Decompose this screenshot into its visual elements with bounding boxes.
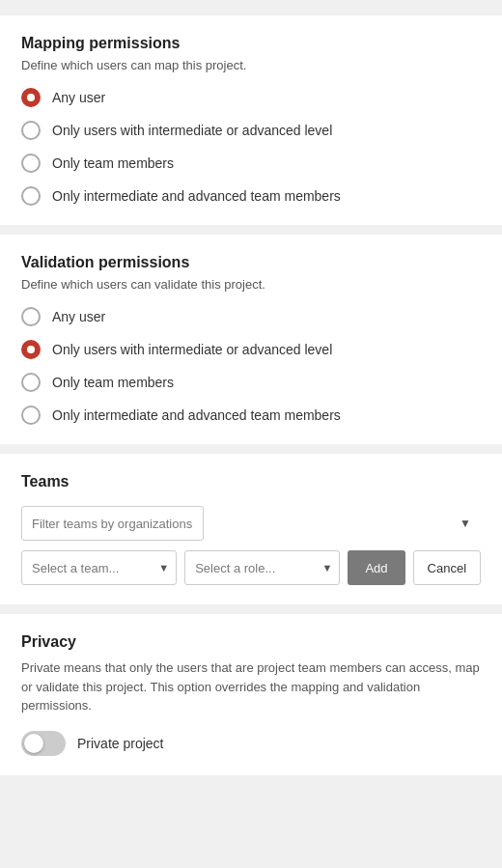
select-team-wrapper: Select a team... ▼ — [21, 550, 177, 585]
validation-option-intermediate[interactable]: Only users with intermediate or advanced… — [21, 340, 481, 359]
mapping-radio-team-members — [21, 154, 41, 173]
mapping-option-any-user[interactable]: Any user — [21, 88, 481, 107]
teams-section: Teams Filter teams by organizations ▼ Se… — [0, 454, 502, 604]
mapping-label-intermediate: Only users with intermediate or advanced… — [52, 123, 332, 138]
validation-radio-team-members — [21, 373, 41, 392]
mapping-option-team-members[interactable]: Only team members — [21, 154, 481, 173]
validation-label-advanced-team: Only intermediate and advanced team memb… — [52, 407, 341, 423]
mapping-label-any-user: Any user — [52, 90, 105, 105]
filter-chevron-icon: ▼ — [460, 517, 471, 530]
validation-option-any-user[interactable]: Any user — [21, 307, 481, 326]
mapping-description: Define which users can map this project. — [21, 58, 481, 72]
privacy-title: Privacy — [21, 633, 481, 651]
validation-title: Validation permissions — [21, 254, 481, 271]
mapping-radio-intermediate — [21, 121, 41, 140]
validation-radio-any-user — [21, 307, 41, 326]
mapping-radio-group: Any user Only users with intermediate or… — [21, 88, 481, 206]
private-project-label: Private project — [77, 736, 163, 751]
private-project-toggle[interactable] — [21, 731, 66, 756]
toggle-slider — [21, 731, 66, 756]
mapping-radio-advanced-team — [21, 186, 41, 206]
validation-label-team-members: Only team members — [52, 375, 174, 390]
select-role-wrapper: Select a role... ▼ — [184, 550, 340, 585]
validation-radio-intermediate — [21, 340, 41, 359]
mapping-option-intermediate[interactable]: Only users with intermediate or advanced… — [21, 121, 481, 140]
teams-title: Teams — [21, 473, 481, 490]
filter-row: Filter teams by organizations ▼ — [21, 506, 481, 541]
page-container: Mapping permissions Define which users c… — [0, 0, 502, 800]
mapping-section: Mapping permissions Define which users c… — [0, 15, 502, 225]
privacy-toggle-row: Private project — [21, 731, 481, 756]
validation-radio-advanced-team — [21, 406, 41, 425]
cancel-button[interactable]: Cancel — [413, 550, 481, 585]
mapping-label-team-members: Only team members — [52, 155, 174, 171]
filter-teams-select[interactable]: Filter teams by organizations — [21, 506, 204, 541]
mapping-option-advanced-team[interactable]: Only intermediate and advanced team memb… — [21, 186, 481, 206]
filter-wrapper: Filter teams by organizations ▼ — [21, 506, 481, 541]
select-team-dropdown[interactable]: Select a team... — [21, 550, 177, 585]
validation-option-team-members[interactable]: Only team members — [21, 373, 481, 392]
mapping-title: Mapping permissions — [21, 35, 481, 52]
validation-section: Validation permissions Define which user… — [0, 235, 502, 444]
add-team-row: Select a team... ▼ Select a role... ▼ Ad… — [21, 550, 481, 585]
mapping-label-advanced-team: Only intermediate and advanced team memb… — [52, 188, 341, 204]
validation-description: Define which users can validate this pro… — [21, 277, 481, 292]
validation-radio-group: Any user Only users with intermediate or… — [21, 307, 481, 425]
mapping-radio-any-user — [21, 88, 41, 107]
privacy-section: Privacy Private means that only the user… — [0, 614, 502, 775]
validation-option-advanced-team[interactable]: Only intermediate and advanced team memb… — [21, 406, 481, 425]
validation-label-intermediate: Only users with intermediate or advanced… — [52, 342, 332, 357]
privacy-description: Private means that only the users that a… — [21, 658, 481, 715]
select-role-dropdown[interactable]: Select a role... — [184, 550, 340, 585]
validation-label-any-user: Any user — [52, 309, 105, 324]
add-button[interactable]: Add — [348, 550, 404, 585]
